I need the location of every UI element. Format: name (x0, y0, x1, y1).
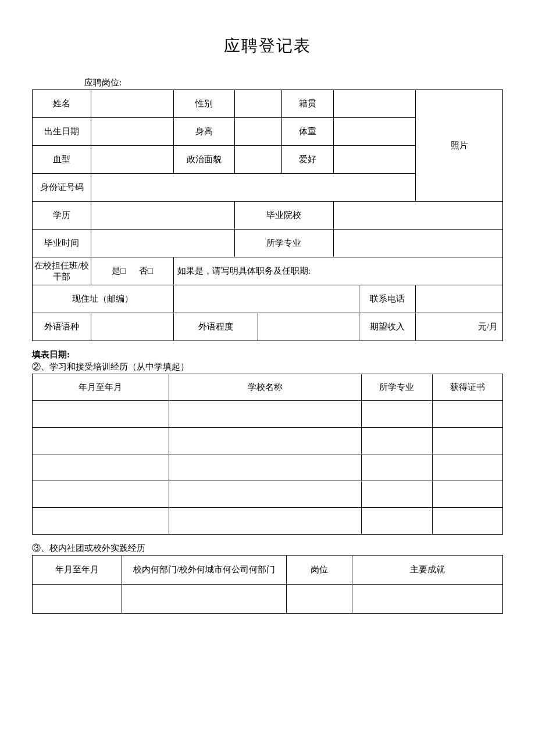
table-header-row: 年月至年月 学校名称 所学专业 获得证书 (33, 374, 503, 401)
expected-salary-cell[interactable]: 元/月 (416, 313, 503, 341)
section3-label: ③、校内社团或校外实践经历 (32, 543, 503, 554)
cadre-detail-label[interactable]: 如果是，请写明具体职务及任职期: (173, 257, 502, 285)
foreign-lang-label: 外语语种 (33, 313, 91, 341)
table-row (33, 454, 503, 481)
politics-value[interactable] (234, 146, 281, 174)
edu-period-cell[interactable] (33, 508, 169, 535)
table-row (33, 401, 503, 428)
grad-time-value[interactable] (91, 230, 235, 257)
name-value[interactable] (91, 90, 174, 118)
hobby-label: 爱好 (281, 146, 333, 174)
salary-unit: 元/月 (478, 321, 501, 332)
edu-school-cell[interactable] (169, 481, 362, 508)
table-row (33, 508, 503, 535)
weight-value[interactable] (333, 118, 416, 146)
native-place-value[interactable] (333, 90, 416, 118)
edu-school-cell[interactable] (169, 508, 362, 535)
exp-dept-header: 校内何部门/校外何城市何公司何部门 (122, 556, 286, 585)
edu-period-cell[interactable] (33, 401, 169, 428)
exp-achievement-cell[interactable] (352, 585, 503, 614)
fill-date-label: 填表日期: (32, 349, 503, 360)
table-row (33, 585, 503, 614)
edu-major-header: 所学专业 (362, 374, 432, 401)
edu-school-cell[interactable] (169, 454, 362, 481)
edu-major-cell[interactable] (362, 481, 432, 508)
edu-school-header: 学校名称 (169, 374, 362, 401)
edu-school-cell[interactable] (169, 401, 362, 428)
position-label: 应聘岗位: (84, 77, 503, 88)
native-place-label: 籍贯 (281, 90, 333, 118)
table-row (33, 481, 503, 508)
edu-cert-cell[interactable] (432, 454, 502, 481)
exp-achievement-header: 主要成就 (352, 556, 503, 585)
education-value[interactable] (91, 202, 235, 230)
expected-salary-label: 期望收入 (359, 313, 416, 341)
foreign-level-value[interactable] (258, 313, 359, 341)
page-title: 应聘登记表 (32, 35, 503, 57)
exp-period-header: 年月至年月 (33, 556, 122, 585)
id-number-value[interactable] (91, 174, 416, 202)
edu-cert-header: 获得证书 (432, 374, 502, 401)
exp-dept-cell[interactable] (122, 585, 286, 614)
foreign-level-label: 外语程度 (173, 313, 258, 341)
section2-label: ②、学习和接受培训经历（从中学填起） (32, 361, 503, 372)
exp-post-header: 岗位 (286, 556, 352, 585)
edu-cert-cell[interactable] (432, 481, 502, 508)
phone-label: 联系电话 (359, 285, 416, 313)
gender-value[interactable] (234, 90, 281, 118)
blood-value[interactable] (91, 146, 174, 174)
gender-label: 性别 (173, 90, 234, 118)
table-header-row: 年月至年月 校内何部门/校外何城市何公司何部门 岗位 主要成就 (33, 556, 503, 585)
edu-period-cell[interactable] (33, 428, 169, 454)
address-value[interactable] (173, 285, 359, 313)
major-value[interactable] (333, 230, 502, 257)
edu-period-header: 年月至年月 (33, 374, 169, 401)
edu-school-cell[interactable] (169, 428, 362, 454)
id-number-label: 身份证号码 (33, 174, 91, 202)
grad-time-label: 毕业时间 (33, 230, 91, 257)
photo-cell: 照片 (416, 90, 503, 202)
main-info-table: 姓名 性别 籍贯 照片 出生日期 身高 体重 血型 政治面貌 爱好 身份证号码 … (32, 89, 503, 341)
school-cadre-label: 在校担任班/校干部 (33, 257, 91, 285)
edu-major-cell[interactable] (362, 428, 432, 454)
exp-post-cell[interactable] (286, 585, 352, 614)
height-label: 身高 (173, 118, 234, 146)
hobby-value[interactable] (333, 146, 416, 174)
phone-value[interactable] (416, 285, 503, 313)
birth-value[interactable] (91, 118, 174, 146)
table-row (33, 428, 503, 454)
edu-period-cell[interactable] (33, 481, 169, 508)
edu-cert-cell[interactable] (432, 428, 502, 454)
grad-school-label: 毕业院校 (234, 202, 333, 230)
edu-major-cell[interactable] (362, 508, 432, 535)
birth-label: 出生日期 (33, 118, 91, 146)
grad-school-value[interactable] (333, 202, 502, 230)
education-history-table: 年月至年月 学校名称 所学专业 获得证书 (32, 374, 503, 535)
education-label: 学历 (33, 202, 91, 230)
no-checkbox[interactable]: 否□ (139, 266, 153, 275)
name-label: 姓名 (33, 90, 91, 118)
cadre-yesno-cell[interactable]: 是□ 否□ (91, 257, 174, 285)
address-label: 现住址（邮编） (33, 285, 174, 313)
politics-label: 政治面貌 (173, 146, 234, 174)
edu-period-cell[interactable] (33, 454, 169, 481)
experience-table: 年月至年月 校内何部门/校外何城市何公司何部门 岗位 主要成就 (32, 555, 503, 614)
exp-period-cell[interactable] (33, 585, 122, 614)
edu-major-cell[interactable] (362, 401, 432, 428)
foreign-lang-value[interactable] (91, 313, 174, 341)
edu-cert-cell[interactable] (432, 508, 502, 535)
edu-cert-cell[interactable] (432, 401, 502, 428)
weight-label: 体重 (281, 118, 333, 146)
major-label: 所学专业 (234, 230, 333, 257)
blood-label: 血型 (33, 146, 91, 174)
edu-major-cell[interactable] (362, 454, 432, 481)
yes-checkbox[interactable]: 是□ (112, 266, 126, 275)
height-value[interactable] (234, 118, 281, 146)
